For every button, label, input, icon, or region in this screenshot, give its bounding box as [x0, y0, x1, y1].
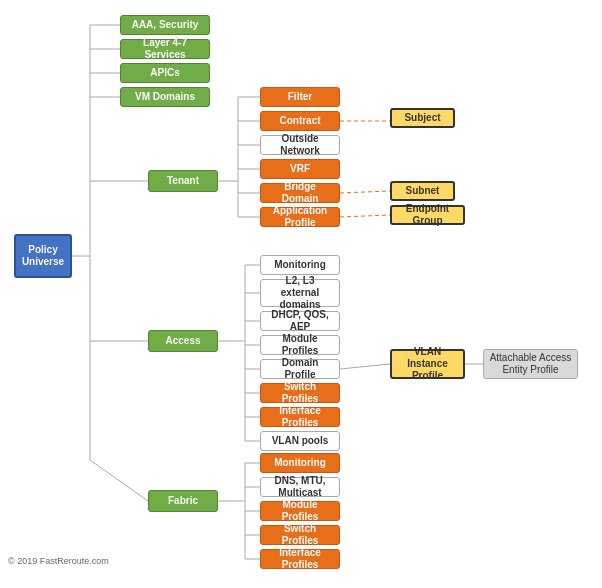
- vlan-pools-label: VLAN pools: [272, 435, 329, 447]
- bridge-domain-label: Bridge Domain: [265, 181, 335, 205]
- subnet-node: Subnet: [390, 181, 455, 201]
- endpoint-group-node: Endpoint Group: [390, 205, 465, 225]
- module-profiles-fabric-node: Module Profiles: [260, 501, 340, 521]
- switch-profiles-fabric-label: Switch Profiles: [265, 523, 335, 547]
- footer: © 2019 FastReroute.com: [8, 556, 109, 566]
- vmdomains-node: VM Domains: [120, 87, 210, 107]
- tenant-node: Tenant: [148, 170, 218, 192]
- attachable-node: Attachable Access Entity Profile: [483, 349, 578, 379]
- dns-mtu-node: DNS, MTU, Multicast: [260, 477, 340, 497]
- vrf-label: VRF: [290, 163, 310, 175]
- svg-line-16: [340, 191, 390, 193]
- attachable-label: Attachable Access Entity Profile: [490, 352, 572, 376]
- vlan-instance-node: VLAN Instance Profile: [390, 349, 465, 379]
- interface-profiles-access-node: Interface Profiles: [260, 407, 340, 427]
- layer47-node: Layer 4-7 Services: [120, 39, 210, 59]
- access-label: Access: [165, 335, 200, 347]
- module-profiles-node: Module Profiles: [260, 335, 340, 355]
- module-profiles-label: Module Profiles: [265, 333, 335, 357]
- monitoring-fabric-label: Monitoring: [274, 457, 326, 469]
- monitoring-fabric-node: Monitoring: [260, 453, 340, 473]
- switch-profiles-access-node: Switch Profiles: [260, 383, 340, 403]
- aaa-label: AAA, Security: [132, 19, 199, 31]
- aaa-node: AAA, Security: [120, 15, 210, 35]
- outside-network-label: Outside Network: [265, 133, 335, 157]
- diagram: Policy Universe AAA, Security Layer 4-7 …: [0, 0, 602, 570]
- footer-text: © 2019 FastReroute.com: [8, 556, 109, 566]
- fabric-label: Fabric: [168, 495, 198, 507]
- module-profiles-fabric-label: Module Profiles: [265, 499, 335, 523]
- dhcp-node: DHCP, QOS, AEP: [260, 311, 340, 331]
- app-profile-node: Application Profile: [260, 207, 340, 227]
- vmdomains-label: VM Domains: [135, 91, 195, 103]
- filter-node: Filter: [260, 87, 340, 107]
- domain-profile-node: Domain Profile: [260, 359, 340, 379]
- tenant-label: Tenant: [167, 175, 199, 187]
- outside-network-node: Outside Network: [260, 135, 340, 155]
- vlan-instance-label: VLAN Instance Profile: [396, 346, 459, 382]
- interface-profiles-fabric-label: Interface Profiles: [265, 547, 335, 571]
- contract-label: Contract: [279, 115, 320, 127]
- l2l3-node: L2, L3 external domains: [260, 279, 340, 307]
- dns-mtu-label: DNS, MTU, Multicast: [265, 475, 335, 499]
- policy-universe-label: Policy Universe: [20, 244, 66, 268]
- svg-line-17: [340, 215, 390, 217]
- bridge-domain-node: Bridge Domain: [260, 183, 340, 203]
- apics-label: APICs: [150, 67, 179, 79]
- subject-node: Subject: [390, 108, 455, 128]
- switch-profiles-fabric-node: Switch Profiles: [260, 525, 340, 545]
- app-profile-label: Application Profile: [265, 205, 335, 229]
- interface-profiles-access-label: Interface Profiles: [265, 405, 335, 429]
- contract-node: Contract: [260, 111, 340, 131]
- filter-label: Filter: [288, 91, 312, 103]
- apics-node: APICs: [120, 63, 210, 83]
- l2l3-label: L2, L3 external domains: [265, 275, 335, 311]
- fabric-node: Fabric: [148, 490, 218, 512]
- subnet-label: Subnet: [406, 185, 440, 197]
- vrf-node: VRF: [260, 159, 340, 179]
- monitoring-access-label: Monitoring: [274, 259, 326, 271]
- vlan-pools-node: VLAN pools: [260, 431, 340, 451]
- policy-universe-node: Policy Universe: [14, 234, 72, 278]
- svg-line-29: [340, 364, 390, 369]
- endpoint-group-label: Endpoint Group: [396, 203, 459, 227]
- switch-profiles-access-label: Switch Profiles: [265, 381, 335, 405]
- domain-profile-label: Domain Profile: [265, 357, 335, 381]
- access-node: Access: [148, 330, 218, 352]
- monitoring-access-node: Monitoring: [260, 255, 340, 275]
- dhcp-label: DHCP, QOS, AEP: [265, 309, 335, 333]
- svg-line-31: [90, 460, 148, 501]
- interface-profiles-fabric-node: Interface Profiles: [260, 549, 340, 569]
- layer47-label: Layer 4-7 Services: [125, 37, 205, 61]
- subject-label: Subject: [404, 112, 440, 124]
